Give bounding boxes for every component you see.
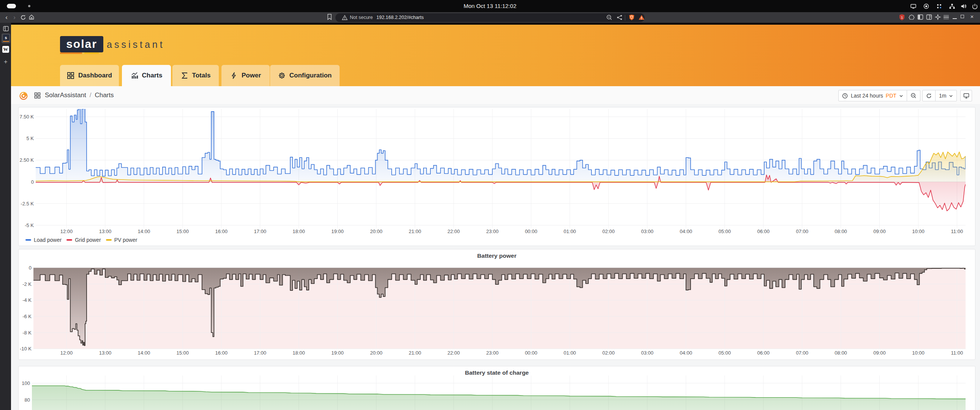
new-tab-button[interactable]: + — [2, 59, 9, 65]
tab-configuration[interactable]: Configuration — [270, 65, 340, 86]
sparkle-icon[interactable] — [935, 14, 941, 20]
record-icon[interactable] — [923, 3, 929, 10]
extension-icon[interactable] — [908, 14, 915, 20]
legend-item-pv-power[interactable]: PV power — [106, 237, 137, 243]
tab-totals[interactable]: Totals — [172, 65, 219, 86]
reload-icon[interactable] — [20, 14, 26, 21]
svg-text:23:00: 23:00 — [486, 350, 499, 356]
svg-text:11:00: 11:00 — [951, 350, 963, 356]
legend-item-grid-power[interactable]: Grid power — [67, 237, 101, 243]
svg-text:-10 K: -10 K — [20, 346, 32, 351]
zoom-icon[interactable] — [606, 14, 612, 21]
refresh-button[interactable] — [923, 91, 935, 101]
breadcrumb-dashboard[interactable]: SolarAssistant — [45, 92, 86, 99]
svg-text:08:00: 08:00 — [835, 229, 847, 234]
tab-charts[interactable]: Charts — [122, 65, 171, 86]
logo-accent-bar — [60, 52, 82, 54]
legend-swatch — [106, 239, 112, 241]
svg-text:21:00: 21:00 — [409, 350, 421, 356]
app-logo-subtitle: assistant — [107, 39, 165, 50]
system-top-bar: Mon Oct 13 11:12:02 — [0, 0, 980, 12]
network-icon[interactable] — [949, 3, 955, 10]
security-label: Not secure — [350, 14, 372, 22]
svg-text:08:00: 08:00 — [835, 350, 847, 356]
refresh-interval-dropdown[interactable]: 1m — [935, 91, 956, 101]
panel-battery-power: Battery power 12:0013:0014:0015:0016:001… — [18, 249, 975, 360]
tab-dashboard[interactable]: Dashboard — [60, 65, 119, 86]
power-icon[interactable] — [972, 3, 978, 10]
tracker-icon[interactable] — [936, 3, 942, 10]
power-chart-canvas[interactable]: 12:0013:0014:0015:0016:0017:0018:0019:00… — [19, 107, 975, 246]
refresh-control[interactable]: 1m — [922, 90, 957, 102]
kiosk-mode-button[interactable] — [960, 90, 972, 102]
svg-text:04:00: 04:00 — [680, 229, 692, 234]
brave-shield-icon[interactable] — [628, 14, 635, 21]
url-bar[interactable]: Not secure 192.168.2.202/#charts — [336, 13, 644, 22]
solarassistant-favicon: s — [3, 35, 9, 41]
home-icon[interactable] — [29, 14, 35, 20]
restore-icon[interactable] — [961, 15, 964, 18]
battery-power-chart-canvas[interactable]: 12:0013:0014:0015:0016:0017:0018:0019:00… — [19, 249, 975, 359]
reading-list-icon[interactable] — [926, 14, 932, 20]
shield-badge-icon[interactable]: 1 — [899, 14, 905, 21]
svg-text:02:00: 02:00 — [603, 229, 615, 234]
screen: Mon Oct 13 11:12:02 ‹ › Not secure 192.1… — [0, 0, 980, 410]
battery-soc-chart-canvas[interactable]: 10080 — [19, 366, 975, 410]
svg-text:07:00: 07:00 — [796, 229, 808, 234]
time-range-picker[interactable]: Last 24 hours PDT — [839, 91, 907, 101]
dashboards-icon[interactable] — [34, 92, 41, 99]
svg-text:19:00: 19:00 — [331, 350, 344, 356]
svg-text:22:00: 22:00 — [447, 350, 460, 356]
sidebar-toggle-icon[interactable] — [3, 26, 9, 32]
browser-tab-solarassistant[interactable]: s — [2, 33, 10, 43]
svg-text:18:00: 18:00 — [293, 350, 305, 356]
tab-label: Charts — [142, 72, 162, 79]
timezone-label: PDT — [886, 93, 896, 99]
tab-label: Dashboard — [78, 72, 112, 79]
forward-icon[interactable]: › — [11, 14, 18, 21]
tab-power[interactable]: Power — [221, 65, 270, 86]
alert-triangle-icon[interactable] — [638, 14, 645, 21]
charts-icon — [130, 72, 138, 79]
sidebar-panel-icon[interactable] — [917, 14, 923, 20]
svg-text:13:00: 13:00 — [99, 229, 112, 234]
display-icon[interactable] — [910, 3, 916, 10]
svg-text:23:00: 23:00 — [486, 229, 499, 234]
refresh-interval-label: 1m — [939, 93, 946, 99]
zoom-out-button[interactable] — [907, 91, 920, 101]
svg-text:20:00: 20:00 — [370, 229, 382, 234]
legend-item-load-power[interactable]: Load power — [25, 237, 62, 243]
svg-text:09:00: 09:00 — [873, 350, 886, 356]
breadcrumb-page[interactable]: Charts — [95, 92, 114, 99]
refresh-icon — [926, 93, 932, 99]
svg-text:00:00: 00:00 — [525, 229, 538, 234]
browser-tab-sidebar: s W + — [0, 23, 11, 410]
svg-text:100: 100 — [22, 380, 30, 386]
legend-swatch — [25, 239, 31, 241]
lightning-icon — [230, 72, 238, 79]
svg-text:14:00: 14:00 — [138, 229, 150, 234]
dashboard-icon — [67, 72, 75, 79]
breadcrumb: SolarAssistant/Charts — [45, 92, 114, 99]
legend-label: PV power — [115, 237, 137, 243]
svg-text:-4 K: -4 K — [22, 297, 32, 303]
bookmark-icon[interactable] — [327, 14, 332, 20]
svg-text:15:00: 15:00 — [177, 229, 189, 234]
share-icon[interactable] — [616, 14, 623, 21]
svg-text:09:00: 09:00 — [873, 229, 886, 234]
back-icon[interactable]: ‹ — [3, 14, 10, 21]
speaker-icon[interactable] — [960, 3, 967, 10]
app-logo[interactable]: solar — [60, 36, 103, 52]
grafana-logo-icon[interactable] — [19, 92, 28, 100]
browser-tab-wikipedia[interactable]: W — [2, 46, 9, 53]
minimize-icon[interactable] — [953, 18, 957, 19]
svg-text:5 K: 5 K — [26, 135, 34, 141]
close-icon[interactable]: × — [969, 14, 975, 20]
grafana-nav-row: SolarAssistant/Charts Last 24 hours PDT … — [11, 86, 980, 104]
svg-text:-2.5 K: -2.5 K — [21, 201, 34, 207]
system-clock[interactable]: Mon Oct 13 11:12:02 — [0, 0, 980, 12]
menu-icon[interactable] — [943, 15, 949, 19]
sigma-icon — [181, 72, 188, 79]
svg-text:05:00: 05:00 — [719, 350, 731, 356]
time-range-control[interactable]: Last 24 hours PDT — [838, 90, 920, 102]
